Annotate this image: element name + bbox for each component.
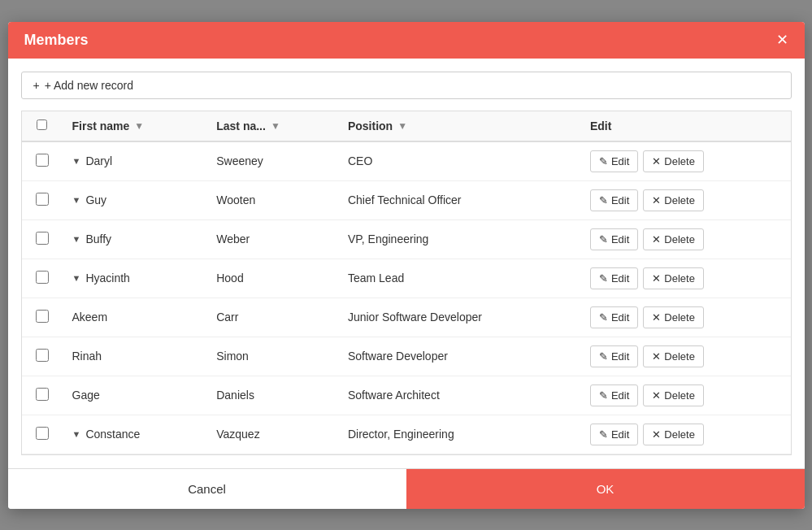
- row-expand-arrow-icon[interactable]: ▼: [72, 273, 81, 283]
- row-first-name: ▼Constance: [63, 415, 207, 454]
- table-wrapper[interactable]: First name ▼ Last na... ▼: [21, 111, 792, 455]
- row-checkbox-cell: [22, 298, 63, 337]
- row-checkbox[interactable]: [36, 232, 49, 245]
- delete-button[interactable]: ✕Delete: [643, 424, 704, 445]
- edit-button[interactable]: ✎Edit: [590, 306, 638, 328]
- col-edit-label: Edit: [590, 119, 611, 132]
- col-position: Position ▼: [338, 111, 580, 141]
- edit-button[interactable]: ✎Edit: [590, 424, 638, 445]
- row-last-name: Wooten: [206, 180, 338, 219]
- delete-label: Delete: [664, 233, 695, 245]
- edit-label: Edit: [611, 233, 629, 245]
- delete-label: Delete: [664, 155, 695, 167]
- cancel-button[interactable]: Cancel: [8, 469, 406, 509]
- row-position: Director, Engineering: [338, 415, 580, 454]
- pencil-icon: ✎: [599, 428, 608, 441]
- pencil-icon: ✎: [599, 194, 608, 206]
- row-checkbox-cell: [22, 415, 63, 454]
- col-first-name-label: First name: [72, 119, 130, 132]
- delete-button[interactable]: ✕Delete: [643, 267, 704, 289]
- table-row: ▼ConstanceVazquezDirector, Engineering✎E…: [22, 415, 791, 454]
- edit-button[interactable]: ✎Edit: [590, 189, 638, 211]
- col-position-label: Position: [348, 119, 393, 132]
- row-checkbox[interactable]: [36, 310, 49, 323]
- edit-button[interactable]: ✎Edit: [590, 384, 638, 406]
- delete-button[interactable]: ✕Delete: [643, 150, 704, 172]
- first-name-filter-icon[interactable]: ▼: [134, 120, 144, 132]
- members-table: First name ▼ Last na... ▼: [22, 111, 791, 454]
- row-last-name: Sweeney: [206, 141, 338, 181]
- row-actions-cell: ✎Edit✕Delete: [580, 180, 791, 219]
- row-actions-cell: ✎Edit✕Delete: [580, 415, 791, 454]
- ok-button[interactable]: OK: [406, 469, 805, 509]
- edit-button[interactable]: ✎Edit: [590, 150, 638, 172]
- delete-button[interactable]: ✕Delete: [643, 189, 704, 211]
- row-checkbox-cell: [22, 376, 63, 415]
- row-first-name: ▼Buffy: [63, 219, 207, 258]
- add-record-label: + Add new record: [45, 79, 133, 92]
- row-checkbox-cell: [22, 180, 63, 219]
- row-last-name: Simon: [206, 337, 338, 376]
- select-all-checkbox[interactable]: [37, 119, 47, 130]
- row-first-name: ▼Daryl: [63, 141, 207, 181]
- row-checkbox-cell: [22, 258, 63, 298]
- table-row: ▼BuffyWeberVP, Engineering✎Edit✕Delete: [22, 219, 791, 258]
- pencil-icon: ✎: [599, 389, 608, 402]
- table-body: ▼DarylSweeneyCEO✎Edit✕Delete▼GuyWootenCh…: [22, 141, 791, 454]
- position-filter-icon[interactable]: ▼: [397, 120, 407, 132]
- pencil-icon: ✎: [599, 233, 608, 245]
- row-checkbox[interactable]: [36, 388, 49, 401]
- delete-button[interactable]: ✕Delete: [643, 228, 704, 250]
- row-checkbox[interactable]: [36, 427, 49, 440]
- row-expand-arrow-icon[interactable]: ▼: [72, 429, 81, 439]
- row-first-name: ▼Guy: [63, 180, 207, 219]
- cross-icon: ✕: [652, 350, 661, 363]
- row-first-name-value: Hyacinth: [85, 272, 129, 285]
- row-position: Software Architect: [338, 376, 580, 415]
- row-checkbox[interactable]: [36, 349, 49, 362]
- row-expand-arrow-icon[interactable]: ▼: [72, 156, 81, 166]
- delete-label: Delete: [664, 350, 695, 363]
- delete-button[interactable]: ✕Delete: [643, 345, 704, 367]
- edit-label: Edit: [611, 428, 629, 441]
- edit-button[interactable]: ✎Edit: [590, 228, 638, 250]
- row-expand-arrow-icon[interactable]: ▼: [72, 195, 81, 205]
- edit-button[interactable]: ✎Edit: [590, 345, 638, 367]
- row-first-name-value: Guy: [85, 193, 106, 206]
- delete-label: Delete: [664, 272, 695, 285]
- edit-label: Edit: [611, 272, 629, 285]
- cross-icon: ✕: [652, 311, 661, 324]
- row-checkbox[interactable]: [36, 271, 49, 284]
- edit-label: Edit: [611, 311, 629, 324]
- delete-button[interactable]: ✕Delete: [643, 306, 704, 328]
- row-first-name-value: Buffy: [85, 232, 111, 245]
- row-checkbox[interactable]: [36, 193, 49, 206]
- plus-icon: +: [33, 79, 40, 92]
- cross-icon: ✕: [652, 155, 661, 167]
- last-name-filter-icon[interactable]: ▼: [271, 120, 280, 132]
- row-actions-cell: ✎Edit✕Delete: [580, 219, 791, 258]
- pencil-icon: ✎: [599, 155, 608, 167]
- table-row: ▼HyacinthHoodTeam Lead✎Edit✕Delete: [22, 258, 791, 298]
- row-first-name-value: Daryl: [85, 154, 112, 167]
- row-actions-cell: ✎Edit✕Delete: [580, 141, 791, 181]
- add-record-button[interactable]: + + Add new record: [21, 72, 792, 99]
- edit-button[interactable]: ✎Edit: [590, 267, 638, 289]
- row-first-name: ▼Hyacinth: [63, 258, 207, 298]
- delete-label: Delete: [664, 428, 695, 441]
- modal-body: + + Add new record First name: [8, 59, 805, 468]
- table-row: ▼GuyWootenChief Technical Officer✎Edit✕D…: [22, 180, 791, 219]
- row-position: CEO: [338, 141, 580, 181]
- close-button[interactable]: ✕: [776, 33, 788, 47]
- row-first-name-value: Akeem: [72, 311, 108, 324]
- row-checkbox[interactable]: [36, 154, 49, 167]
- row-expand-arrow-icon[interactable]: ▼: [72, 234, 81, 244]
- col-first-name: First name ▼: [63, 111, 207, 141]
- row-first-name: Akeem: [63, 298, 207, 337]
- table-row: AkeemCarrJunior Software Developer✎Edit✕…: [22, 298, 791, 337]
- modal-overlay: Members ✕ + + Add new record: [0, 0, 812, 530]
- delete-label: Delete: [664, 194, 695, 206]
- delete-button[interactable]: ✕Delete: [643, 384, 704, 406]
- cross-icon: ✕: [652, 194, 661, 206]
- row-first-name-value: Rinah: [72, 350, 102, 363]
